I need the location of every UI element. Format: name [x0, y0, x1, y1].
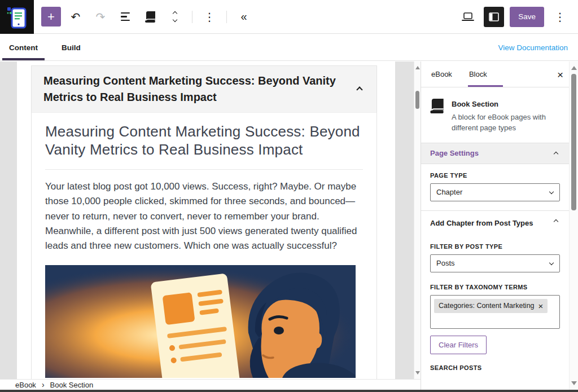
toolbar-right-group: Save ⋮	[458, 7, 578, 27]
scroll-up-arrow[interactable]	[571, 66, 577, 70]
breadcrumb-book-section[interactable]: Book Section	[50, 381, 94, 389]
app-window: + ↶ ↷ ⋮ «	[0, 0, 578, 392]
chevron-down-icon	[549, 260, 554, 265]
active-tab-underline	[2, 58, 45, 60]
section-accordion-header[interactable]: Measuring Content Marketing Success: Bey…	[32, 66, 376, 113]
editor-canvas: Measuring Content Marketing Success: Bey…	[0, 61, 421, 379]
panel-page-settings-header[interactable]: Page Settings	[421, 143, 569, 164]
scroll-up-arrow[interactable]	[415, 66, 420, 69]
double-chevron-left-icon: «	[240, 10, 247, 23]
tab-content[interactable]: Content	[0, 34, 52, 60]
book-section-icon	[430, 99, 444, 113]
canvas-scrollbar[interactable]	[414, 61, 421, 379]
taxonomy-terms-box[interactable]: Categories: Content Marketing ×	[430, 295, 560, 329]
close-sidebar-button[interactable]: ×	[557, 69, 563, 80]
ebook-plugin-logo-icon	[6, 5, 28, 29]
block-breadcrumb: eBook › Book Section	[0, 379, 421, 390]
move-updown-button[interactable]	[165, 7, 185, 27]
sidebar-scrollbar[interactable]	[569, 61, 578, 390]
list-view-icon	[121, 12, 130, 21]
toolbar-divider	[226, 11, 227, 23]
title-divider	[45, 169, 363, 170]
collapse-toolbar-button[interactable]: «	[234, 7, 254, 27]
toolbar-left-group: + ↶ ↷ ⋮ «	[34, 7, 458, 27]
scrollbar-thumb[interactable]	[415, 91, 419, 109]
page-type-select[interactable]: Chapter	[430, 183, 560, 201]
block-info-card: Book Section A block for eBook pages wit…	[421, 87, 569, 143]
scrollbar-thumb[interactable]	[571, 74, 576, 210]
tab-build[interactable]: Build	[52, 34, 95, 60]
sidebar-tab-block[interactable]: Block	[468, 61, 503, 87]
settings-sidebar-toggle[interactable]	[484, 7, 504, 27]
canvas-gutter-right	[395, 61, 414, 379]
redo-button[interactable]: ↷	[90, 7, 111, 27]
kebab-icon: ⋮	[204, 10, 215, 24]
page-type-label: PAGE TYPE	[430, 172, 560, 179]
chevron-up-icon	[554, 219, 558, 223]
taxonomy-term-chip[interactable]: Categories: Content Marketing ×	[434, 299, 548, 313]
block-name: Book Section	[452, 100, 560, 108]
tab-build-label: Build	[62, 43, 81, 52]
panel-page-settings-body: PAGE TYPE Chapter	[421, 164, 569, 210]
chevron-up-icon[interactable]	[356, 86, 362, 93]
laptop-icon	[462, 12, 474, 21]
sidebar-panel-icon	[489, 12, 499, 21]
book-section-block[interactable]: Measuring Content Marketing Success: Bey…	[31, 65, 377, 379]
sidebar-content: eBook Block × Book Section A block for e…	[421, 61, 569, 390]
block-inserter-button[interactable]: +	[41, 7, 61, 27]
clear-filters-button[interactable]: Clear Filters	[430, 336, 487, 354]
sidebar-tab-ebook[interactable]: eBook	[430, 61, 453, 87]
panel-add-chapter-body: FILTER BY POST TYPE Posts FILTER BY TAXO…	[421, 235, 569, 385]
section-accordion-title: Measuring Content Marketing Success: Bey…	[43, 73, 345, 105]
sidebar-tabs: eBook Block ×	[421, 61, 569, 87]
filter-taxonomy-label: FILTER BY TAXONOMY TERMS	[430, 284, 560, 290]
content-illustration	[45, 265, 356, 378]
bottom-edge-strip	[0, 390, 578, 392]
undo-icon: ↶	[71, 10, 81, 24]
intro-paragraph[interactable]: Your latest blog post got 10,000 views. …	[45, 179, 363, 254]
top-toolbar: + ↶ ↷ ⋮ «	[0, 0, 578, 34]
view-documentation-link[interactable]: View Documentation	[498, 43, 568, 52]
search-posts-label: SEARCH POSTS	[430, 364, 560, 371]
ebook-page: Measuring Content Marketing Success: Bey…	[17, 61, 395, 379]
redo-icon: ↷	[96, 10, 106, 24]
kebab-icon: ⋮	[554, 10, 566, 24]
filter-post-type-label: FILTER BY POST TYPE	[430, 243, 560, 250]
plugin-logo[interactable]	[0, 0, 34, 34]
close-icon: ×	[557, 68, 563, 80]
breadcrumb-separator-icon: ›	[42, 380, 45, 389]
plus-icon: +	[47, 11, 55, 23]
chevron-up-icon	[554, 151, 558, 156]
settings-sidebar: eBook Block × Book Section A block for e…	[421, 61, 578, 390]
breadcrumb-ebook[interactable]: eBook	[15, 381, 36, 389]
book-outline-button[interactable]	[140, 7, 160, 27]
editor-tabbar: Content Build View Documentation	[0, 34, 578, 61]
toolbar-divider	[192, 11, 192, 23]
toolbar-options-button[interactable]: ⋮	[199, 7, 220, 27]
canvas-gutter-left	[0, 61, 17, 379]
preview-button[interactable]	[458, 7, 478, 27]
remove-term-icon[interactable]: ×	[538, 302, 544, 310]
scroll-down-arrow[interactable]	[415, 371, 420, 375]
chevron-down-icon	[549, 189, 554, 193]
block-description: A block for eBook pages with different p…	[452, 112, 559, 134]
illustration-image	[45, 265, 356, 378]
more-options-button[interactable]: ⋮	[550, 7, 570, 27]
scroll-down-arrow[interactable]	[571, 381, 577, 385]
document-overview-button[interactable]	[115, 7, 135, 27]
save-button[interactable]: Save	[510, 7, 544, 27]
panel-add-chapter-header[interactable]: Add Chapter from Post Types	[421, 210, 569, 235]
page-title[interactable]: Measuring Content Marketing Success: Bey…	[45, 123, 363, 159]
tab-content-label: Content	[9, 43, 38, 52]
up-down-chevrons-icon	[173, 12, 177, 21]
book-icon	[145, 11, 155, 23]
post-type-select[interactable]: Posts	[430, 254, 560, 272]
section-content: Measuring Content Marketing Success: Bey…	[32, 113, 376, 379]
undo-button[interactable]: ↶	[65, 7, 86, 27]
